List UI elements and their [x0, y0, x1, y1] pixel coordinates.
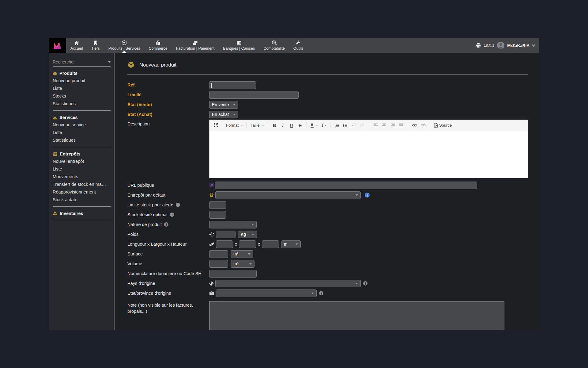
align-right-icon[interactable]	[389, 122, 397, 129]
app-logo[interactable]	[49, 38, 66, 53]
size-dropdown[interactable]: Taille	[250, 122, 265, 129]
etat-achat-select[interactable]: En achat	[209, 111, 238, 118]
select-caret-icon	[233, 104, 236, 105]
info-icon[interactable]	[176, 203, 180, 207]
sidebar-item-mouvements[interactable]: Mouvements	[49, 173, 115, 181]
indent-icon[interactable]	[359, 122, 366, 129]
note-textarea[interactable]	[209, 301, 504, 330]
sidebar-divider	[53, 220, 111, 220]
hauteur-input[interactable]	[262, 240, 279, 248]
sidebar-item-liste-produits[interactable]: Liste	[49, 85, 115, 92]
sidebar-item-nouvel-entrepot[interactable]: Nouvel entrepôt	[49, 158, 115, 165]
search-dropdown-caret-icon[interactable]	[108, 61, 111, 63]
description-editor-body[interactable]	[209, 131, 528, 178]
bold-button[interactable]: B	[271, 122, 278, 129]
sidebar-item-transfert-stock[interactable]: Transfert de stock en ma…	[49, 181, 115, 188]
print-icon[interactable]	[476, 43, 481, 48]
menu-tiers[interactable]: Tiers	[87, 38, 104, 53]
menu-produits-services[interactable]: Produits | Services	[104, 38, 145, 53]
sidebar-item-stocks[interactable]: Stocks	[49, 92, 115, 100]
username-label[interactable]: MrZaKaRiA	[507, 43, 530, 48]
italic-button[interactable]: I	[279, 122, 287, 129]
poids-input[interactable]	[216, 231, 236, 238]
version-label: 18.0.1	[484, 43, 494, 48]
nomenclature-input[interactable]	[209, 270, 257, 278]
remove-format-button[interactable]: Tx	[320, 122, 327, 129]
form-row-libelle: Libellé	[127, 90, 528, 100]
sidebar-item-liste-entrepots[interactable]: Liste	[49, 165, 115, 173]
select-caret-icon	[252, 234, 254, 235]
text-cursor	[211, 83, 212, 88]
bullet-list-icon[interactable]	[342, 122, 349, 129]
chevron-down-icon[interactable]	[532, 43, 535, 46]
add-warehouse-button[interactable]	[365, 193, 370, 197]
surface-unit-select[interactable]: m²	[231, 250, 253, 258]
info-icon[interactable]	[170, 213, 174, 217]
ref-input[interactable]	[209, 81, 256, 89]
info-icon[interactable]	[319, 291, 323, 295]
left-sidebar: Produits Nouveau produit Liste Stocks St…	[49, 53, 115, 330]
dimensions-unit-select[interactable]: m	[281, 240, 301, 248]
dropdown-caret-icon	[241, 125, 243, 126]
ordered-list-icon[interactable]	[333, 122, 341, 129]
volume-unit-select[interactable]: m³	[231, 260, 254, 268]
poids-unit-select[interactable]: Kg	[238, 231, 257, 238]
menu-accueil[interactable]: Accueil	[66, 38, 87, 53]
align-center-icon[interactable]	[381, 122, 388, 129]
briefcase-icon	[156, 40, 160, 45]
tx-glyph: T	[321, 123, 324, 128]
outdent-icon[interactable]	[350, 122, 358, 129]
color-a-glyph: A	[311, 123, 314, 128]
etat-province-select[interactable]	[216, 289, 317, 297]
select-caret-icon	[356, 283, 358, 284]
dropdown-caret-icon	[262, 125, 264, 126]
menu-commerce[interactable]: Commerce	[145, 38, 172, 53]
sidebar-item-nouveau-service[interactable]: Nouveau service	[49, 121, 115, 129]
stock-desire-input[interactable]	[209, 211, 226, 219]
sidebar-item-nouveau-produit[interactable]: Nouveau produit	[49, 77, 115, 85]
entrepot-select[interactable]	[215, 191, 361, 199]
info-icon[interactable]	[164, 222, 168, 227]
cubes-icon	[53, 211, 58, 216]
sidebar-item-statistiques-services[interactable]: Statistiques	[49, 136, 115, 144]
sidebar-item-liste-services[interactable]: Liste	[49, 129, 115, 136]
building-icon	[94, 40, 97, 45]
etat-achat-value: En achat	[212, 112, 229, 117]
limite-stock-input[interactable]	[209, 201, 226, 209]
sidebar-section-inventaires[interactable]: Inventaires	[49, 207, 115, 217]
topbar-right: 18.0.1 MrZaKaRiA	[476, 38, 539, 53]
sidebar-item-reapprovisionnement[interactable]: Réapprovisionnement	[49, 188, 115, 196]
search-input[interactable]	[53, 59, 108, 64]
align-justify-icon[interactable]	[398, 122, 405, 129]
form-row-description: Description Format	[127, 119, 528, 179]
sidebar-item-stock-a-date[interactable]: Stock à date	[49, 196, 115, 204]
volume-input[interactable]	[209, 260, 228, 268]
info-icon[interactable]	[363, 281, 368, 286]
url-publique-input[interactable]	[215, 182, 477, 189]
product-form: Réf. Libellé État (Vente)	[127, 80, 528, 330]
menu-outils[interactable]: Outils	[289, 38, 307, 53]
menu-comptabilite[interactable]: Comptabilité	[259, 38, 289, 53]
format-dropdown[interactable]: Format	[225, 122, 244, 129]
underline-button[interactable]: U	[288, 122, 295, 129]
source-button[interactable]: Source	[433, 122, 453, 129]
link-icon[interactable]	[411, 122, 418, 129]
unlink-icon[interactable]	[420, 122, 427, 129]
longueur-input[interactable]	[216, 240, 233, 248]
etat-vente-select[interactable]: En vente	[209, 101, 238, 109]
largeur-input[interactable]	[239, 240, 256, 248]
maximize-icon[interactable]	[212, 122, 219, 129]
menu-facturation-paiement[interactable]: Facturation | Paiement	[172, 38, 219, 53]
pays-select[interactable]	[215, 280, 361, 287]
size-label: Taille	[251, 123, 260, 128]
menu-banques-caisses[interactable]: Banques | Caisses	[219, 38, 259, 53]
libelle-input[interactable]	[209, 91, 299, 99]
align-left-icon[interactable]	[372, 122, 379, 129]
strikethrough-button[interactable]: S	[296, 122, 304, 129]
sidebar-item-statistiques-produits[interactable]: Statistiques	[49, 100, 115, 108]
text-color-button[interactable]: A	[310, 122, 319, 129]
surface-input[interactable]	[209, 250, 228, 258]
nature-select[interactable]	[209, 221, 257, 228]
form-row-etat-achat: État (Achat) En achat	[127, 109, 528, 119]
user-avatar[interactable]	[497, 42, 504, 49]
